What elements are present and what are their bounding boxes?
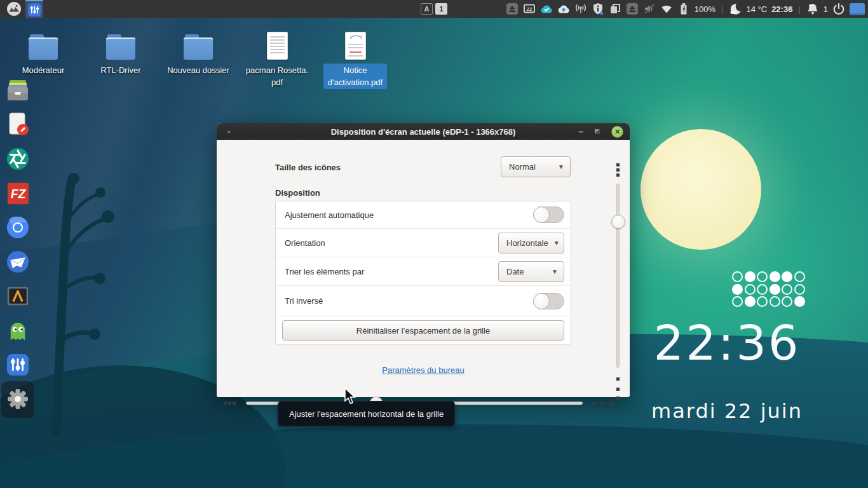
desktop-icon-pacman-rosetta-pdf[interactable]: pacman Rosetta. pdf xyxy=(240,32,314,89)
binary-clock-dot xyxy=(770,271,780,282)
icon-label: pacman Rosetta. xyxy=(246,64,308,76)
close-button[interactable]: ✕ xyxy=(611,126,623,138)
sort-by-dropdown[interactable]: Date ▼ xyxy=(498,261,564,282)
dock-item-screenshot-tool[interactable] xyxy=(4,145,32,173)
minimize-button[interactable]: – xyxy=(578,128,583,135)
desktop-settings-link-wrap: Paramètres du bureau xyxy=(275,365,571,375)
folder-icon xyxy=(106,34,135,60)
window-title: Disposition d'écran actuelle (eDP-1 - 13… xyxy=(217,127,630,137)
icon-label: pdf xyxy=(246,76,308,88)
binary-clock-dot xyxy=(732,271,743,282)
menu-dots-icon[interactable] xyxy=(616,168,620,172)
svg-text:ZZ: ZZ xyxy=(526,6,532,12)
dock-item-chromium[interactable] xyxy=(4,214,32,241)
grid-dots-icon xyxy=(616,388,620,391)
binary-clock xyxy=(732,271,806,309)
dock-item-archive-manager[interactable] xyxy=(4,76,32,104)
maximize-button[interactable] xyxy=(594,126,600,137)
icon-size-label: Taille des icônes xyxy=(275,163,341,172)
panel-clock[interactable]: 22:36 xyxy=(771,4,792,14)
reverse-sort-toggle[interactable] xyxy=(533,293,564,309)
setting-row-sort-by: Trier les éléments par Date ▼ xyxy=(276,257,571,286)
grid-dots-icon xyxy=(601,402,604,405)
auto-arrange-toggle[interactable] xyxy=(533,207,564,223)
sort-by-value: Date xyxy=(506,267,524,276)
screensaver-zz-icon[interactable]: ZZ xyxy=(523,3,536,15)
menu-dots-icon[interactable] xyxy=(616,173,620,177)
active-window-box[interactable] xyxy=(850,3,865,15)
desktop-icon-notice-activation-pdf[interactable]: Notice d'activation.pdf xyxy=(318,32,392,89)
weather-temperature[interactable]: 14 °C xyxy=(746,4,767,14)
eject-icon[interactable] xyxy=(626,3,639,15)
workspace-indicator[interactable]: 1 xyxy=(435,3,447,15)
dock-item-thunderbird[interactable] xyxy=(4,248,32,276)
dock-item-terminal[interactable] xyxy=(4,282,32,310)
window-copy-icon[interactable] xyxy=(609,3,621,15)
weather-moon-icon[interactable] xyxy=(729,3,742,15)
folder-icon xyxy=(184,34,213,60)
eject-icon[interactable] xyxy=(506,3,519,15)
cloud-upload-icon[interactable] xyxy=(557,3,570,15)
wallpaper-tree xyxy=(19,162,127,435)
wifi-icon[interactable] xyxy=(660,3,673,15)
binary-clock-dot xyxy=(794,271,805,282)
app-menu-button[interactable] xyxy=(5,0,23,18)
row-label: Orientation xyxy=(285,238,325,248)
menu-logo-icon xyxy=(6,1,22,17)
icon-label: Nouveau dossier xyxy=(167,64,229,76)
grid-dots-icon xyxy=(610,402,613,405)
notification-bell-icon[interactable] xyxy=(806,3,819,15)
orientation-dropdown[interactable]: Horizontale ▼ xyxy=(498,233,564,254)
vertical-grid-spacing-slider[interactable] xyxy=(616,184,620,368)
desktop-icon-nouveau-dossier[interactable]: Nouveau dossier xyxy=(161,32,235,77)
dock-item-ghost-app[interactable] xyxy=(4,316,32,344)
dock-item-desktop-settings[interactable] xyxy=(4,351,32,379)
desktop-icon-rtl-driver[interactable]: RTL-Driver xyxy=(84,32,158,77)
antenna-signal-icon[interactable] xyxy=(574,3,587,15)
keyboard-layout-indicator[interactable]: A xyxy=(421,3,433,15)
dock-item-text-editor[interactable] xyxy=(4,111,32,139)
binary-clock-dot xyxy=(745,284,756,295)
binary-clock-dot xyxy=(782,271,792,282)
filezilla-icon: FZ xyxy=(6,182,30,205)
volume-muted-icon[interactable] xyxy=(643,3,656,15)
window-titlebar[interactable]: ⌄ Disposition d'écran actuelle (eDP-1 - … xyxy=(217,123,630,140)
wallpaper-moon xyxy=(641,129,761,250)
battery-icon[interactable] xyxy=(677,3,690,15)
binary-clock-dot xyxy=(794,296,805,307)
chromium-icon xyxy=(6,215,30,240)
row-label: Tri inversé xyxy=(285,296,323,306)
binary-clock-dot xyxy=(770,284,780,295)
grid-dots-icon xyxy=(592,402,595,405)
row-label: Trier les éléments par xyxy=(285,267,364,276)
binary-clock-dot xyxy=(782,284,792,295)
grid-dots-icon xyxy=(616,377,620,381)
archive-manager-icon xyxy=(5,78,31,103)
icon-size-dropdown[interactable]: Normal ▼ xyxy=(501,156,571,177)
setting-row-orientation: Orientation Horizontale ▼ xyxy=(276,229,571,257)
notification-count: 1 xyxy=(824,4,828,14)
tooltip: Ajuster l'espacement horizontal de la gr… xyxy=(278,401,455,426)
desktop-icon-moderateur[interactable]: Modérateur xyxy=(6,32,80,77)
panel-launchers xyxy=(5,0,43,18)
menu-dots-icon[interactable] xyxy=(616,163,620,166)
reset-grid-spacing-button[interactable]: Réinitialiser l’espacement de la grille xyxy=(282,320,564,341)
desktop-settings-taskbar-button[interactable] xyxy=(25,0,43,18)
dock-item-filezilla[interactable]: FZ xyxy=(4,179,32,207)
top-panel: A 1 ZZ xyxy=(0,0,868,18)
chevron-down-icon: ▼ xyxy=(558,163,564,170)
power-icon[interactable] xyxy=(832,3,845,15)
binary-clock-dot xyxy=(757,296,768,307)
terminal-lambda-icon xyxy=(6,284,30,308)
dock-item-settings-gear[interactable] xyxy=(4,385,32,413)
grid-dots-icon xyxy=(224,402,227,405)
desktop-clock-time: 22:36 xyxy=(641,315,813,371)
setting-row-reset: Réinitialiser l’espacement de la grille xyxy=(276,316,571,345)
cloud-sync-check-icon[interactable] xyxy=(540,3,553,15)
settings-listbox: Ajustement automatique Orientation Horiz… xyxy=(275,201,571,345)
shield-info-icon[interactable] xyxy=(592,3,604,15)
desktop-settings-icon xyxy=(27,3,42,17)
icon-label: RTL-Driver xyxy=(100,64,140,76)
vertical-slider-handle[interactable] xyxy=(611,215,625,229)
desktop-settings-link[interactable]: Paramètres du bureau xyxy=(382,365,464,375)
